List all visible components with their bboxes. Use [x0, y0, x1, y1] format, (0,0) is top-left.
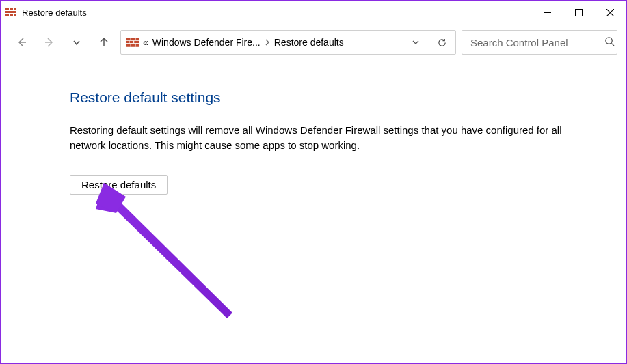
svg-rect-16 — [126, 40, 139, 41]
close-button[interactable] — [594, 1, 626, 23]
recent-locations-button[interactable] — [66, 31, 88, 53]
svg-rect-20 — [129, 41, 129, 43]
address-dropdown-button[interactable] — [405, 31, 427, 53]
svg-rect-4 — [13, 8, 14, 10]
address-bar[interactable]: « Windows Defender Fire... Restore defau… — [120, 30, 456, 55]
toolbar: « Windows Defender Fire... Restore defau… — [1, 23, 626, 61]
svg-rect-15 — [126, 38, 139, 47]
forward-button[interactable] — [38, 31, 60, 53]
svg-rect-2 — [5, 13, 16, 14]
svg-rect-21 — [133, 41, 134, 43]
svg-marker-26 — [109, 198, 232, 318]
breadcrumb-parent[interactable]: Windows Defender Fire... — [152, 37, 261, 48]
svg-rect-18 — [131, 38, 131, 40]
svg-rect-22 — [131, 44, 131, 47]
svg-rect-6 — [12, 11, 12, 13]
svg-rect-7 — [9, 14, 10, 16]
chevron-right-icon — [265, 37, 270, 48]
svg-rect-8 — [13, 14, 14, 16]
minimize-button[interactable] — [531, 1, 563, 23]
svg-rect-19 — [135, 38, 135, 40]
search-icon[interactable] — [604, 36, 615, 48]
svg-rect-10 — [575, 9, 582, 16]
firewall-icon — [126, 36, 139, 48]
window-controls — [531, 1, 626, 23]
page-heading: Restore default settings — [70, 87, 585, 108]
window-title: Restore defaults — [22, 8, 87, 18]
svg-rect-0 — [5, 8, 16, 16]
breadcrumb-prefix: « — [143, 37, 148, 48]
restore-defaults-button[interactable]: Restore defaults — [70, 175, 168, 195]
svg-rect-1 — [5, 10, 16, 11]
refresh-button[interactable] — [431, 31, 453, 53]
svg-point-24 — [606, 38, 612, 44]
up-button[interactable] — [93, 31, 115, 53]
svg-rect-5 — [8, 11, 8, 13]
svg-line-25 — [611, 43, 614, 46]
search-box[interactable] — [462, 30, 617, 55]
content-area: Restore default settings Restoring defau… — [1, 61, 626, 195]
back-button[interactable] — [11, 31, 33, 53]
svg-rect-17 — [126, 43, 139, 44]
svg-rect-23 — [135, 44, 135, 47]
firewall-icon — [5, 7, 16, 18]
search-input[interactable] — [470, 37, 600, 48]
body-text: Restoring default settings will remove a… — [70, 123, 576, 153]
titlebar: Restore defaults — [1, 1, 626, 23]
arrow-annotation — [96, 183, 246, 335]
svg-rect-3 — [9, 8, 10, 10]
maximize-button[interactable] — [563, 1, 594, 23]
breadcrumb-current[interactable]: Restore defaults — [274, 37, 344, 48]
